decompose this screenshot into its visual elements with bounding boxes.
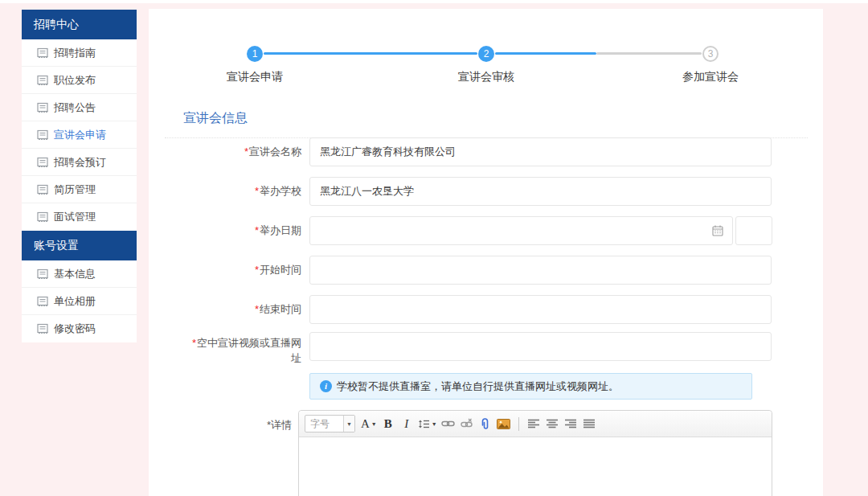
chevron-down-icon: ▼: [432, 421, 437, 427]
step-3-label: 参加宣讲会: [654, 70, 767, 84]
align-right-button[interactable]: [563, 416, 578, 432]
line-height-icon: [418, 419, 430, 429]
sidebar-section-account-settings: 账号设置: [22, 231, 137, 260]
sidebar-item-recruit-notice[interactable]: 招聘公告: [22, 94, 137, 121]
sidebar-item-interview-manage[interactable]: 面试管理: [22, 203, 137, 231]
field-label-text: 空中宣讲视频或直播网址: [197, 337, 301, 364]
sidebar-item-job-post[interactable]: 职位发布: [22, 67, 137, 94]
end-time-input[interactable]: [309, 295, 772, 324]
paperclip-icon: [480, 418, 490, 430]
align-center-button[interactable]: [545, 416, 559, 432]
rich-text-editor: 字号 ▼ A▼ B I ▼: [298, 410, 772, 496]
align-center-icon: [547, 419, 558, 428]
align-right-icon: [565, 419, 576, 428]
top-strip: [0, 0, 868, 3]
link-icon: [441, 419, 455, 428]
bold-label: B: [384, 417, 392, 431]
document-icon: [37, 184, 48, 195]
host-school-input[interactable]: [309, 177, 772, 206]
start-time-input[interactable]: [309, 256, 772, 285]
calendar-icon[interactable]: [710, 223, 726, 239]
align-left-button[interactable]: [526, 416, 541, 432]
required-marker: *: [255, 224, 259, 236]
field-label-text: 结束时间: [260, 303, 301, 315]
field-label-name: *宣讲会名称: [149, 137, 301, 166]
italic-label: I: [404, 417, 408, 431]
event-date-input[interactable]: [309, 216, 733, 245]
align-justify-icon: [583, 419, 595, 428]
sidebar-item-recruit-guide[interactable]: 招聘指南: [22, 39, 137, 67]
line-height-button[interactable]: ▼: [418, 416, 437, 432]
field-label-end: *结束时间: [149, 295, 301, 324]
image-icon: [497, 419, 510, 429]
field-label-text: 开始时间: [260, 264, 301, 276]
italic-button[interactable]: I: [399, 416, 414, 432]
sidebar-item-label: 招聘公告: [54, 100, 96, 115]
chevron-down-icon: ▼: [371, 421, 377, 427]
sidebar-section-recruit-center: 招聘中心: [22, 10, 137, 39]
sidebar-item-label: 职位发布: [54, 73, 96, 88]
attachment-button[interactable]: [478, 416, 493, 432]
required-marker: *: [255, 185, 259, 197]
sidebar-item-label: 简历管理: [54, 182, 96, 197]
document-icon: [37, 75, 48, 86]
font-color-button[interactable]: A▼: [361, 416, 377, 432]
sidebar-item-label: 修改密码: [54, 322, 96, 336]
field-label-start: *开始时间: [149, 256, 301, 285]
align-justify-button[interactable]: [582, 416, 596, 432]
sidebar-items-recruit: 招聘指南 职位发布 招聘公告 宣讲会申请 招聘会预订 简历管理 面试管理: [22, 39, 137, 231]
sidebar-item-label: 面试管理: [54, 210, 96, 224]
sidebar: 招聘中心 招聘指南 职位发布 招聘公告 宣讲会申请 招聘会预订 简历管理 面试管…: [22, 10, 137, 342]
bold-button[interactable]: B: [381, 416, 395, 432]
sidebar-item-jobfair-booking[interactable]: 招聘会预订: [22, 149, 137, 176]
step-1-circle: 1: [247, 46, 263, 62]
field-label-text: 详情: [271, 419, 292, 431]
sidebar-item-label: 招聘指南: [54, 46, 96, 60]
link-button[interactable]: [441, 416, 456, 432]
field-row-school: *举办学校: [149, 177, 823, 206]
field-label-text: 举办学校: [260, 185, 301, 197]
section-title: 宣讲会信息: [165, 104, 808, 138]
document-icon: [37, 268, 48, 280]
detail-editor-content[interactable]: [299, 437, 772, 496]
insert-image-button[interactable]: [497, 416, 511, 432]
date-secondary-input[interactable]: [735, 216, 772, 245]
sidebar-item-label: 招聘会预订: [54, 155, 106, 170]
step-2-label: 宣讲会审核: [430, 70, 542, 84]
unlink-icon: [461, 418, 473, 429]
unlink-button[interactable]: [460, 416, 474, 432]
stepper-connector-2-progress: [495, 52, 596, 55]
sidebar-items-account: 基本信息 单位相册 修改密码: [22, 260, 137, 342]
chevron-down-icon: ▼: [343, 416, 354, 432]
video-url-input[interactable]: [309, 332, 772, 361]
required-marker: *: [255, 303, 259, 315]
document-icon: [37, 296, 48, 307]
sidebar-item-resume-manage[interactable]: 简历管理: [22, 176, 137, 203]
stepper-connector-1: [264, 52, 477, 55]
sidebar-item-presentation-apply[interactable]: 宣讲会申请: [22, 121, 137, 149]
field-row-video-url: *空中宣讲视频或直播网址: [149, 332, 823, 361]
required-marker: *: [244, 146, 248, 158]
field-row-name: *宣讲会名称: [149, 137, 823, 166]
sidebar-item-company-album[interactable]: 单位相册: [22, 288, 137, 315]
step-2-circle: 2: [478, 46, 494, 62]
document-icon: [37, 129, 48, 141]
field-label-text: 举办日期: [260, 224, 301, 236]
notice-text: 学校暂不提供直播室，请单位自行提供直播网址或视频网址。: [337, 379, 619, 394]
field-row-date: *举办日期: [149, 216, 823, 245]
sidebar-item-change-password[interactable]: 修改密码: [22, 315, 137, 342]
document-icon: [37, 47, 48, 59]
document-icon: [37, 323, 48, 334]
editor-toolbar: 字号 ▼ A▼ B I ▼: [299, 411, 772, 437]
font-size-select[interactable]: 字号 ▼: [305, 415, 355, 432]
sidebar-item-label: 基本信息: [54, 267, 96, 281]
sidebar-item-basic-info[interactable]: 基本信息: [22, 260, 137, 288]
font-size-label: 字号: [305, 416, 343, 432]
notice-banner: i 学校暂不提供直播室，请单位自行提供直播网址或视频网址。: [309, 373, 752, 400]
field-label-url: *空中宣讲视频或直播网址: [190, 335, 301, 366]
presentation-name-input[interactable]: [309, 137, 772, 166]
step-1-label: 宣讲会申请: [199, 70, 311, 84]
sidebar-item-label: 宣讲会申请: [54, 128, 106, 142]
field-label-school: *举办学校: [149, 177, 301, 206]
align-left-icon: [528, 419, 539, 428]
